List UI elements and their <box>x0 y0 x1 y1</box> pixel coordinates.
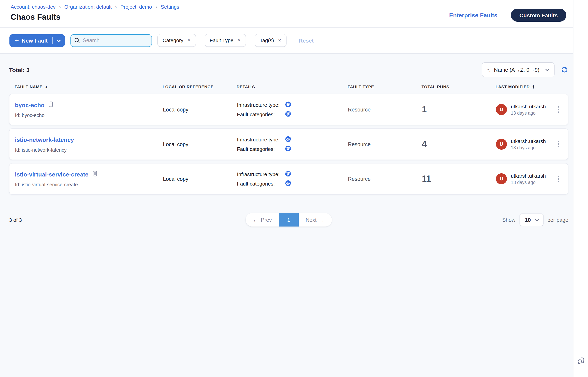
chat-support-icon[interactable] <box>577 356 585 367</box>
filter-chip-fault-type[interactable]: Fault Type ✕ <box>204 34 246 47</box>
modified-by: utkarsh.utkarsh <box>511 104 546 109</box>
faults-list-section: Total: 3 ↑↓ Name (A→Z, 0→9) FAULT NAME ▲… <box>0 54 588 377</box>
breadcrumb-account[interactable]: Account: chaos-dev <box>11 4 56 10</box>
kubernetes-icon <box>285 180 291 187</box>
table-row[interactable]: byoc-echo Id: byoc-echo Local copy Infra… <box>9 94 568 125</box>
page-number-button[interactable]: 1 <box>279 213 299 226</box>
chevron-down-icon <box>545 68 549 71</box>
total-count: Total: 3 <box>9 66 30 73</box>
column-header-details: DETAILS <box>237 84 348 89</box>
breadcrumb-separator: › <box>115 4 117 10</box>
fault-id: Id: byoc-echo <box>15 112 163 118</box>
avatar: U <box>496 104 507 115</box>
avatar: U <box>496 173 507 184</box>
kubernetes-icon <box>285 170 291 178</box>
column-header-local-or-reference: LOCAL OR REFERENCE <box>163 84 237 89</box>
kubernetes-icon <box>285 110 291 118</box>
reset-filters-button[interactable]: Reset <box>299 37 314 44</box>
button-divider <box>52 37 53 44</box>
column-header-total-runs: TOTAL RUNS <box>421 84 496 89</box>
page-size-select[interactable]: 10 <box>519 213 543 226</box>
chevron-down-icon <box>535 218 539 221</box>
fault-name-link[interactable]: istio-virtual-service-create <box>15 171 89 178</box>
breadcrumb-separator: › <box>59 4 61 10</box>
close-icon[interactable]: ✕ <box>237 38 241 43</box>
sort-dropdown[interactable]: ↑↓ Name (A→Z, 0→9) <box>482 62 554 77</box>
page-header: Account: chaos-dev › Organization: defau… <box>0 0 588 28</box>
fault-id: Id: istio-virtual-service-create <box>15 182 163 187</box>
modified-date: 13 days ago <box>511 180 546 185</box>
refresh-icon[interactable] <box>560 66 568 74</box>
sort-arrows-icon: ↑↓ <box>487 67 490 73</box>
local-or-reference-value: Local copy <box>163 176 237 182</box>
table-row[interactable]: istio-network-latency Id: istio-network-… <box>9 129 568 160</box>
arrow-left-icon: ← <box>253 217 258 223</box>
next-page-button[interactable]: Next → <box>299 213 332 226</box>
breadcrumb-organization[interactable]: Organization: default <box>64 4 112 10</box>
breadcrumb-project[interactable]: Project: demo <box>120 4 152 10</box>
total-runs-value: 11 <box>422 174 496 184</box>
infrastructure-type-label: Infrastructure type: <box>237 137 285 142</box>
fault-id: Id: istio-network-latency <box>15 147 163 153</box>
sort-asc-icon: ▲ <box>45 85 48 88</box>
row-menu-kebab-icon[interactable] <box>549 173 568 185</box>
new-fault-button[interactable]: + New Fault <box>10 34 65 47</box>
sort-both-icon: ▲▼ <box>532 84 535 89</box>
kubernetes-icon <box>285 101 291 108</box>
fault-name-link[interactable]: istio-network-latency <box>15 136 74 143</box>
prev-page-button[interactable]: ← Prev <box>246 213 279 226</box>
search-input[interactable] <box>70 34 152 47</box>
enterprise-faults-link[interactable]: Enterprise Faults <box>449 12 497 19</box>
fault-name-link[interactable]: byoc-echo <box>15 102 45 108</box>
close-icon[interactable]: ✕ <box>187 38 191 43</box>
breadcrumb-separator: › <box>156 4 157 10</box>
fault-type-value: Resource <box>348 176 422 182</box>
row-menu-kebab-icon[interactable] <box>549 139 568 150</box>
fault-categories-label: Fault categories: <box>237 181 285 187</box>
page-range-label: 3 of 3 <box>9 217 22 223</box>
modified-by: utkarsh.utkarsh <box>511 138 546 144</box>
breadcrumb-settings[interactable]: Settings <box>161 4 179 10</box>
fault-categories-label: Fault categories: <box>237 111 285 117</box>
plus-icon: + <box>15 37 19 44</box>
copy-id-icon[interactable] <box>92 170 98 178</box>
custom-faults-button[interactable]: Custom Faults <box>511 9 566 22</box>
fault-categories-label: Fault categories: <box>237 146 285 152</box>
table-header-row: FAULT NAME ▲ LOCAL OR REFERENCE DETAILS … <box>9 84 568 89</box>
right-rail <box>573 0 588 377</box>
kubernetes-icon <box>285 136 291 143</box>
show-label: Show <box>502 217 516 223</box>
filter-chip-category[interactable]: Category ✕ <box>158 34 196 47</box>
toolbar: + New Fault Category ✕ Fault Type ✕ Tag(… <box>0 28 588 54</box>
table-row[interactable]: istio-virtual-service-create Id: istio-v… <box>9 163 568 195</box>
new-fault-label: New Fault <box>22 37 48 44</box>
copy-id-icon[interactable] <box>48 101 54 109</box>
search-box <box>70 34 152 47</box>
column-header-last-modified[interactable]: LAST MODIFIED ▲▼ <box>496 84 549 89</box>
pagination-row: 3 of 3 ← Prev 1 Next → Show 10 per page <box>9 213 568 227</box>
chaos-faults-page: Account: chaos-dev › Organization: defau… <box>0 0 588 377</box>
arrow-right-icon: → <box>319 217 325 223</box>
fault-rows: byoc-echo Id: byoc-echo Local copy Infra… <box>9 94 568 195</box>
column-header-fault-name[interactable]: FAULT NAME ▲ <box>15 84 163 89</box>
column-header-fault-type: FAULT TYPE <box>348 84 421 89</box>
row-menu-kebab-icon[interactable] <box>549 104 568 115</box>
local-or-reference-value: Local copy <box>163 141 237 147</box>
total-runs-value: 1 <box>422 104 496 115</box>
chevron-down-icon[interactable] <box>56 37 61 44</box>
modified-date: 13 days ago <box>511 145 546 150</box>
modified-by: utkarsh.utkarsh <box>511 173 546 179</box>
modified-date: 13 days ago <box>511 111 546 115</box>
local-or-reference-value: Local copy <box>163 106 237 112</box>
filter-chip-tags[interactable]: Tag(s) ✕ <box>255 34 286 47</box>
pager: ← Prev 1 Next → <box>246 213 332 226</box>
per-page-label: per page <box>547 217 568 223</box>
fault-type-value: Resource <box>348 141 422 147</box>
avatar: U <box>496 139 507 150</box>
infrastructure-type-label: Infrastructure type: <box>237 102 285 108</box>
sort-selected-value: Name (A→Z, 0→9) <box>494 67 542 73</box>
close-icon[interactable]: ✕ <box>278 38 282 43</box>
kubernetes-icon <box>285 145 291 153</box>
total-runs-value: 4 <box>422 139 496 149</box>
search-icon <box>74 37 80 44</box>
